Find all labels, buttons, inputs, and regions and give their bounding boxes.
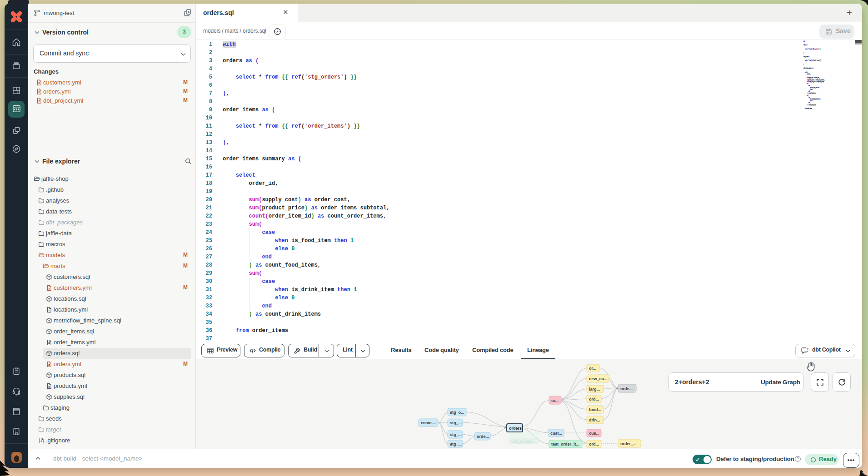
svg-text:drin...: drin... [589, 418, 600, 422]
svg-text:stg_o...: stg_o... [450, 410, 464, 415]
svg-text:cust...: cust... [550, 431, 562, 436]
svg-text:test_order_it...: test_order_it... [551, 442, 579, 446]
svg-text:ord...: ord... [589, 397, 599, 402]
svg-text:order_...: order_... [620, 441, 637, 446]
svg-text:stg_...: stg_... [450, 442, 462, 446]
svg-text:cus...: cus... [589, 431, 599, 436]
svg-text:larg...: larg... [589, 387, 600, 392]
svg-text:or...: or... [589, 366, 596, 371]
svg-text:stg_...: stg_... [450, 432, 462, 437]
svg-text:food...: food... [589, 407, 601, 412]
svg-text:orde...: orde... [620, 387, 633, 391]
svg-text:orders: orders [509, 426, 522, 431]
svg-text:new_cu...: new_cu... [589, 377, 608, 381]
svg-text:ord...: ord... [589, 442, 599, 446]
svg-text:ecom....: ecom.... [421, 421, 436, 425]
svg-text:test_supply...: test_supply... [511, 439, 535, 444]
svg-text:or...: or... [551, 398, 559, 403]
svg-text:stg_...: stg_... [450, 421, 462, 425]
svg-text:orde...: orde... [477, 434, 489, 439]
